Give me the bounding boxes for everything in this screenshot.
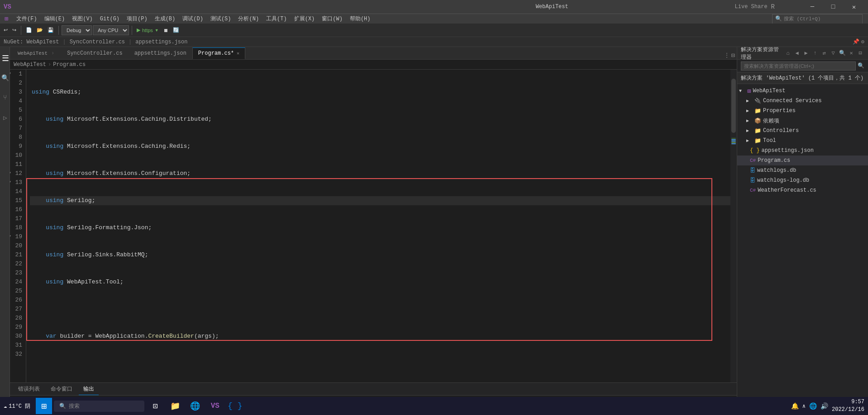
taskbar-up-icon[interactable]: ∧	[802, 403, 806, 410]
se-close-btn[interactable]: ✕	[847, 49, 855, 57]
menu-help[interactable]: 帮助(H)	[346, 14, 374, 24]
breadcrumb-project[interactable]: WebApiTest	[14, 61, 46, 68]
tree-dependencies[interactable]: ▶ 📦 依赖项	[737, 116, 868, 126]
menu-window[interactable]: 窗口(W)	[318, 14, 346, 24]
line-num-9: 9	[14, 142, 22, 151]
tree-tool[interactable]: ▶ 📁 Tool	[737, 136, 868, 146]
user-icon[interactable]: R	[771, 3, 775, 10]
stop-button[interactable]: ⏹	[162, 25, 170, 36]
new-file-button[interactable]: 📄	[24, 25, 34, 36]
menu-debug[interactable]: 调试(D)	[179, 14, 207, 24]
menu-project[interactable]: 项目(P)	[123, 14, 151, 24]
se-home-btn[interactable]: ⌂	[784, 49, 792, 57]
tree-connected-services[interactable]: ▶ 🔌 Connected Services	[737, 96, 868, 106]
code-content[interactable]: using CSRedis; using Microsoft.Extension…	[26, 70, 737, 382]
activity-explorer[interactable]: ☰	[0, 49, 10, 67]
se-search-btn[interactable]: 🔍	[838, 49, 846, 57]
menu-edit[interactable]: 编辑(E)	[41, 14, 69, 24]
se-more-btn[interactable]: ⊟	[856, 49, 864, 57]
menu-view[interactable]: 视图(V)	[68, 14, 96, 24]
appsettings-tab[interactable]: appsettings.json	[135, 39, 187, 45]
tab-program-close-icon[interactable]: ✕	[237, 51, 239, 56]
activity-git[interactable]: ⑂	[0, 89, 10, 107]
fold-btn-19[interactable]: ▼	[10, 232, 11, 241]
solution-label: 解决方案 'WebApiTest' (1 个项目，共 1 个)	[741, 75, 863, 81]
tree-watchlogs-db[interactable]: 🗄 watchlogs.db	[737, 165, 868, 175]
tab-appsettings[interactable]: appsettings.json	[129, 47, 192, 59]
menu-analyze[interactable]: 分析(N)	[234, 14, 262, 24]
se-back-btn[interactable]: ◀	[793, 49, 801, 57]
code-editor[interactable]: ▼1 2 3 4 5 6 7 8 9 10 11 ▼12 ▼13 14 15 1…	[10, 70, 737, 382]
tree-controllers[interactable]: ▶ 📁 Controllers	[737, 126, 868, 136]
tab-output[interactable]: 输出	[79, 383, 99, 395]
taskbar-explorer[interactable]: 📁	[166, 398, 184, 414]
se-search-input[interactable]	[741, 61, 856, 71]
tab-program[interactable]: Program.cs* ✕	[192, 47, 245, 59]
fold-btn-1[interactable]: ▼	[10, 70, 11, 79]
taskview-icon: ⊡	[153, 401, 158, 411]
tree-program-cs[interactable]: C# Program.cs	[737, 156, 868, 165]
settings-icon[interactable]: ⚙	[861, 38, 864, 45]
se-filter-btn[interactable]: ▽	[829, 49, 837, 57]
se-up-btn[interactable]: ↑	[811, 49, 819, 57]
tab-command[interactable]: 命令窗口	[46, 383, 77, 395]
split-editor-icon[interactable]: ⊟	[731, 52, 735, 59]
se-forward-btn[interactable]: ▶	[802, 49, 810, 57]
run-button[interactable]: ▶ https ▼	[135, 25, 161, 36]
tree-appsettings[interactable]: { } appsettings.json	[737, 146, 868, 156]
save-button[interactable]: 💾	[46, 25, 56, 36]
code-line-10: var builder = WebApplication.CreateBuild…	[30, 332, 737, 341]
debug-mode-select[interactable]: Debug	[62, 25, 92, 35]
taskbar-vs[interactable]: VS	[206, 398, 224, 414]
se-search-submit-icon[interactable]: 🔍	[858, 62, 864, 69]
tree-project[interactable]: ▼ ⊞ WebApiTest	[737, 86, 868, 96]
breadcrumb-file[interactable]: Program.cs	[53, 61, 86, 68]
fold-btn-13[interactable]: ▼	[10, 178, 11, 187]
minimize-button[interactable]: ─	[802, 0, 823, 14]
taskbar-taskview[interactable]: ⊡	[146, 398, 164, 414]
menu-file[interactable]: 文件(F)	[13, 14, 41, 24]
solution-explorer-panel: 解决方案资源管理器 ⌂ ◀ ▶ ↑ ⇄ ▽ 🔍 ✕ ⊟ 🔍	[737, 47, 868, 405]
menu-extend[interactable]: 扩展(X)	[291, 14, 319, 24]
start-button[interactable]: ⊞	[36, 398, 52, 414]
fold-btn-12[interactable]: ▼	[10, 169, 11, 178]
taskbar-sound-icon[interactable]: 🔊	[820, 402, 828, 410]
undo-button[interactable]: ↩	[2, 25, 10, 36]
platform-select[interactable]: Any CPU	[93, 25, 129, 35]
scroll-thumb[interactable]	[731, 79, 736, 133]
search-label[interactable]: 搜索 (Ctrl+Q)	[784, 15, 820, 22]
maximize-button[interactable]: □	[823, 0, 844, 14]
scroll-indicator[interactable]	[730, 70, 737, 382]
menu-build[interactable]: 生成(B)	[151, 14, 179, 24]
taskbar-clock[interactable]: 9:57 2022/12/16	[832, 398, 864, 414]
se-toolbar: ⌂ ◀ ▶ ↑ ⇄ ▽ 🔍 ✕ ⊟	[784, 49, 864, 57]
controllers-icon: 📁	[754, 127, 761, 134]
se-sync-btn[interactable]: ⇄	[820, 49, 828, 57]
tree-properties[interactable]: ▶ 📁 Properties	[737, 106, 868, 116]
taskbar-vscode[interactable]: { }	[226, 398, 244, 414]
tab-webapi[interactable]: WebApiTest ›	[12, 47, 61, 59]
nuget-label[interactable]: NuGet: WebApiTest	[4, 39, 59, 45]
open-button[interactable]: 📂	[35, 25, 45, 36]
tab-errors[interactable]: 错误列表	[14, 383, 44, 395]
taskbar-notif-icon[interactable]: 🔔	[791, 402, 799, 410]
menu-tools[interactable]: 工具(T)	[262, 14, 291, 24]
tree-watchlogs-log-db[interactable]: 🗄 watchlogs-log.db	[737, 175, 868, 185]
taskbar-search[interactable]: 🔍 搜索	[54, 401, 144, 412]
edge-icon: 🌐	[190, 401, 200, 411]
taskbar-network-icon[interactable]: 🌐	[809, 402, 817, 410]
close-button[interactable]: ✕	[844, 0, 864, 14]
tab-overflow-icon[interactable]: ⋮	[724, 52, 730, 59]
menu-test[interactable]: 测试(S)	[207, 14, 235, 24]
redo-button[interactable]: ↪	[10, 25, 18, 36]
menu-git[interactable]: Git(G)	[96, 14, 123, 24]
pin-icon[interactable]: 📌	[853, 38, 859, 45]
taskbar-edge[interactable]: 🌐	[186, 398, 204, 414]
activity-run[interactable]: ▷	[0, 108, 10, 127]
activity-search[interactable]: 🔍	[0, 69, 10, 87]
tree-weatherforecast[interactable]: C# WeatherForecast.cs	[737, 185, 868, 195]
tab-synccontroller[interactable]: SyncController.cs	[61, 47, 128, 59]
restart-button[interactable]: 🔄	[171, 25, 181, 36]
sync-controller-tab[interactable]: SyncController.cs	[70, 39, 125, 45]
liveshare-button[interactable]: Live Share	[735, 4, 768, 10]
